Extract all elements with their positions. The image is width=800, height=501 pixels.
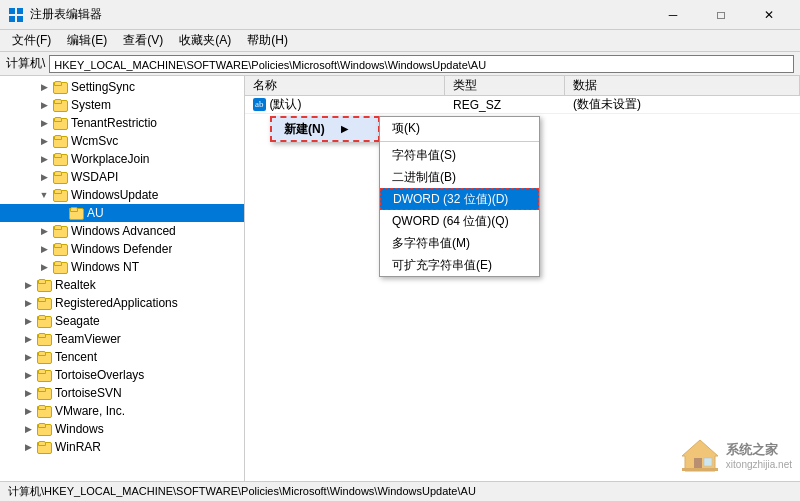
menu-favorites[interactable]: 收藏夹(A) xyxy=(171,30,239,51)
folder-icon-windows xyxy=(36,422,52,436)
cell-data: (数值未设置) xyxy=(565,96,800,113)
expand-icon-tencent[interactable] xyxy=(20,352,36,362)
folder-icon-tenantrestriction xyxy=(52,116,68,130)
address-path[interactable]: HKEY_LOCAL_MACHINE\SOFTWARE\Policies\Mic… xyxy=(49,55,794,73)
tree-item-registeredapps[interactable]: RegisteredApplications xyxy=(0,294,244,312)
tree-label-teamviewer: TeamViewer xyxy=(55,332,121,346)
expand-icon-windowsadvanced[interactable] xyxy=(36,226,52,236)
col-header-name[interactable]: 名称 xyxy=(245,76,445,95)
expand-icon-wcmsvc[interactable] xyxy=(36,136,52,146)
expand-icon-teamviewer[interactable] xyxy=(20,334,36,344)
tree-label-system: System xyxy=(71,98,111,112)
minimize-button[interactable]: ─ xyxy=(650,0,696,30)
tree-item-au[interactable]: AU xyxy=(0,204,244,222)
svg-rect-2 xyxy=(9,16,15,22)
menu-file[interactable]: 文件(F) xyxy=(4,30,59,51)
tree-item-tortoisesvn[interactable]: TortoiseSVN xyxy=(0,384,244,402)
tree-item-seagate[interactable]: Seagate xyxy=(0,312,244,330)
folder-icon-windowsadvanced xyxy=(52,224,68,238)
tree-label-winrar: WinRAR xyxy=(55,440,101,454)
expand-icon-registeredapps[interactable] xyxy=(20,298,36,308)
submenu-item-string[interactable]: 字符串值(S) xyxy=(380,144,539,166)
expand-icon-tortoiseoverlays[interactable] xyxy=(20,370,36,380)
expand-icon-seagate[interactable] xyxy=(20,316,36,326)
menu-view[interactable]: 查看(V) xyxy=(115,30,171,51)
main-content: SettingSyncSystemTenantRestrictioWcmSvcW… xyxy=(0,76,800,481)
submenu-item-qword[interactable]: QWORD (64 位值)(Q) xyxy=(380,210,539,232)
tree-item-windowsnt[interactable]: Windows NT xyxy=(0,258,244,276)
menu-separator xyxy=(380,141,539,142)
tree-label-windowsdefender: Windows Defender xyxy=(71,242,172,256)
title-bar: 注册表编辑器 ─ □ ✕ xyxy=(0,0,800,30)
tree-item-windows[interactable]: Windows xyxy=(0,420,244,438)
tree-label-tenantrestriction: TenantRestrictio xyxy=(71,116,157,130)
expand-icon-windows[interactable] xyxy=(20,424,36,434)
tree-label-workplacejoin: WorkplaceJoin xyxy=(71,152,149,166)
tree-item-windowsdefender[interactable]: Windows Defender xyxy=(0,240,244,258)
col-header-type[interactable]: 类型 xyxy=(445,76,565,95)
submenu-item-binary[interactable]: 二进制值(B) xyxy=(380,166,539,188)
expand-icon-settingsync[interactable] xyxy=(36,82,52,92)
tree-label-windows: Windows xyxy=(55,422,104,436)
folder-icon-registeredapps xyxy=(36,296,52,310)
expand-icon-windowsnt[interactable] xyxy=(36,262,52,272)
tree-item-system[interactable]: System xyxy=(0,96,244,114)
menu-edit[interactable]: 编辑(E) xyxy=(59,30,115,51)
tree-label-windowsnt: Windows NT xyxy=(71,260,139,274)
submenu-item-dword[interactable]: DWORD (32 位值)(D) xyxy=(380,188,539,210)
svg-rect-7 xyxy=(682,468,718,471)
expand-icon-winrar[interactable] xyxy=(20,442,36,452)
tree-item-workplacejoin[interactable]: WorkplaceJoin xyxy=(0,150,244,168)
folder-icon-wcmsvc xyxy=(52,134,68,148)
submenu-item-expandstring[interactable]: 可扩充字符串值(E) xyxy=(380,254,539,276)
new-submenu: 项(K) 字符串值(S) 二进制值(B) DWORD (32 位值)(D) QW… xyxy=(379,116,540,277)
tree-label-windowsupdate: WindowsUpdate xyxy=(71,188,158,202)
folder-icon-vmware xyxy=(36,404,52,418)
folder-icon-windowsnt xyxy=(52,260,68,274)
tree-item-teamviewer[interactable]: TeamViewer xyxy=(0,330,244,348)
cell-name: ab (默认) xyxy=(245,96,445,113)
tree-item-tortoiseoverlays[interactable]: TortoiseOverlays xyxy=(0,366,244,384)
tree-item-windowsupdate[interactable]: WindowsUpdate xyxy=(0,186,244,204)
tree-label-realtek: Realtek xyxy=(55,278,96,292)
expand-icon-vmware[interactable] xyxy=(20,406,36,416)
expand-icon-windowsupdate[interactable] xyxy=(36,190,52,200)
expand-icon-system[interactable] xyxy=(36,100,52,110)
svg-rect-1 xyxy=(17,8,23,14)
expand-icon-tortoisesvn[interactable] xyxy=(20,388,36,398)
tree-item-windowsadvanced[interactable]: Windows Advanced xyxy=(0,222,244,240)
tree-item-wsdapi[interactable]: WSDAPI xyxy=(0,168,244,186)
col-header-data[interactable]: 数据 xyxy=(565,76,800,95)
tree-item-settingsync[interactable]: SettingSync xyxy=(0,78,244,96)
table-row[interactable]: ab (默认) REG_SZ (数值未设置) xyxy=(245,96,800,114)
tree-label-tencent: Tencent xyxy=(55,350,97,364)
tree-item-vmware[interactable]: VMware, Inc. xyxy=(0,402,244,420)
expand-icon-workplacejoin[interactable] xyxy=(36,154,52,164)
submenu-item-key[interactable]: 项(K) xyxy=(380,117,539,139)
tree-label-registeredapps: RegisteredApplications xyxy=(55,296,178,310)
address-label: 计算机\ xyxy=(6,55,45,72)
expand-icon-tenantrestriction[interactable] xyxy=(36,118,52,128)
tree-label-tortoisesvn: TortoiseSVN xyxy=(55,386,122,400)
tree-item-tenantrestriction[interactable]: TenantRestrictio xyxy=(0,114,244,132)
tree-item-tencent[interactable]: Tencent xyxy=(0,348,244,366)
tree-item-realtek[interactable]: Realtek xyxy=(0,276,244,294)
expand-icon-windowsdefender[interactable] xyxy=(36,244,52,254)
window-title: 注册表编辑器 xyxy=(30,6,650,23)
submenu-item-multistring[interactable]: 多字符串值(M) xyxy=(380,232,539,254)
folder-icon-wsdapi xyxy=(52,170,68,184)
new-menu-item[interactable]: 新建(N) xyxy=(272,118,378,140)
expand-icon-wsdapi[interactable] xyxy=(36,172,52,182)
svg-rect-3 xyxy=(17,16,23,22)
svg-rect-0 xyxy=(9,8,15,14)
tree-item-wcmsvc[interactable]: WcmSvc xyxy=(0,132,244,150)
folder-icon-tortoisesvn xyxy=(36,386,52,400)
maximize-button[interactable]: □ xyxy=(698,0,744,30)
close-button[interactable]: ✕ xyxy=(746,0,792,30)
status-text: 计算机\HKEY_LOCAL_MACHINE\SOFTWARE\Policies… xyxy=(8,484,476,499)
menu-help[interactable]: 帮助(H) xyxy=(239,30,296,51)
expand-icon-realtek[interactable] xyxy=(20,280,36,290)
new-button-menu: 新建(N) xyxy=(270,116,380,142)
tree-item-winrar[interactable]: WinRAR xyxy=(0,438,244,456)
tree-label-au: AU xyxy=(87,206,104,220)
